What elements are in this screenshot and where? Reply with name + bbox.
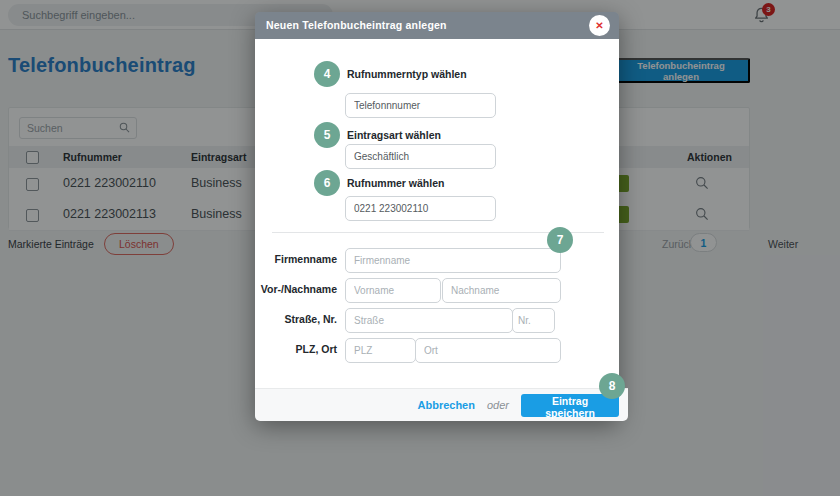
strasse-field[interactable] <box>345 308 513 333</box>
nr-field[interactable] <box>512 308 555 333</box>
plz-ort-label: PLZ, Ort <box>255 343 337 355</box>
step-number: 6 <box>324 176 331 190</box>
step-annotation-4: 4 <box>314 61 340 87</box>
step-number: 7 <box>557 233 564 247</box>
step-annotation-5: 5 <box>314 122 340 148</box>
step-annotation-8: 8 <box>599 373 625 399</box>
rufnummerntyp-input[interactable] <box>345 93 496 118</box>
step-label-rufnummer: Rufnummer wählen <box>347 177 444 189</box>
step-label-rufnummerntyp: Rufnummerntyp wählen <box>347 68 467 80</box>
strasse-label: Straße, Nr. <box>255 313 337 325</box>
step-number: 5 <box>324 128 331 142</box>
rufnummer-input[interactable] <box>345 196 496 221</box>
modal-title: Neuen Telefonbucheintrag anlegen <box>266 19 447 31</box>
close-icon: ✕ <box>595 20 603 31</box>
vorname-field[interactable] <box>345 278 441 303</box>
modal-body: 4 Rufnummerntyp wählen 5 Eintragsart wäh… <box>255 39 619 388</box>
name-label: Vor-/Nachname <box>255 283 337 295</box>
modal-header: Neuen Telefonbucheintrag anlegen ✕ <box>255 12 619 39</box>
firmenname-label: Firmenname <box>255 253 337 265</box>
cancel-button[interactable]: Abbrechen <box>418 399 475 411</box>
firmenname-field[interactable] <box>345 248 561 273</box>
ort-field[interactable] <box>415 338 561 363</box>
create-entry-modal: Neuen Telefonbucheintrag anlegen ✕ 4 Ruf… <box>255 12 619 420</box>
close-button[interactable]: ✕ <box>589 15 610 36</box>
or-label: oder <box>487 399 509 411</box>
step-label-eintragsart: Eintragsart wählen <box>347 129 441 141</box>
step-annotation-6: 6 <box>314 170 340 196</box>
nachname-field[interactable] <box>442 278 561 303</box>
modal-footer: Abbrechen oder Eintrag speichern <box>255 388 628 421</box>
step-annotation-7: 7 <box>547 227 573 253</box>
eintragsart-input[interactable] <box>345 144 496 169</box>
step-number: 8 <box>609 379 616 393</box>
plz-field[interactable] <box>345 338 416 363</box>
step-number: 4 <box>324 67 331 81</box>
